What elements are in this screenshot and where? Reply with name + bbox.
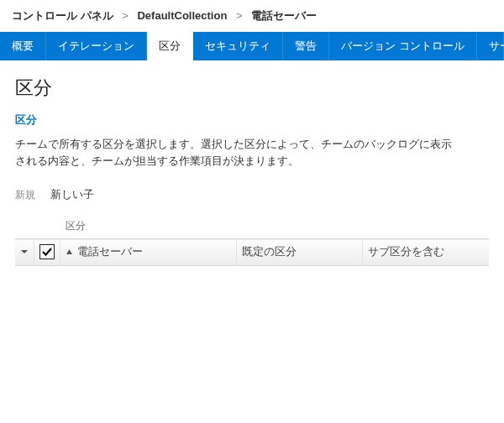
tab-services[interactable]: サービス...: [477, 32, 504, 60]
column-group-area: 区分: [60, 216, 237, 239]
breadcrumb-item[interactable]: コントロール パネル: [12, 9, 113, 22]
tab-area[interactable]: 区分: [147, 32, 193, 60]
tab-iteration[interactable]: イテレーション: [46, 32, 147, 60]
breadcrumb-item[interactable]: DefaultCollection: [137, 9, 227, 22]
breadcrumb-item[interactable]: 電話セーバー: [251, 9, 317, 22]
expand-toggle-icon[interactable]: [20, 247, 29, 258]
page-description: チームで所有する区分を選択します。選択した区分によって、チームのバックログに表示…: [15, 136, 452, 169]
area-table: 区分 電話セーバ: [15, 216, 489, 266]
breadcrumb-separator: >: [236, 9, 243, 22]
breadcrumb: コントロール パネル > DefaultCollection > 電話セーバー: [0, 0, 504, 32]
sort-asc-icon: [66, 247, 73, 258]
column-header-name[interactable]: 電話セーバー: [60, 239, 237, 266]
tab-alerts[interactable]: 警告: [283, 32, 329, 60]
breadcrumb-separator: >: [122, 9, 129, 22]
column-header-name-text: 電話セーバー: [77, 246, 143, 258]
toolbar-new-label: 新規: [15, 188, 35, 202]
column-header-include[interactable]: サブ区分を含む: [363, 239, 490, 266]
column-header-default[interactable]: 既定の区分: [237, 239, 363, 266]
section-link-area[interactable]: 区分: [15, 112, 37, 128]
new-child-button[interactable]: 新しい子: [50, 187, 94, 202]
toolbar: 新規 新しい子: [15, 187, 489, 202]
tab-version-control[interactable]: バージョン コントロール: [329, 32, 477, 60]
tab-security[interactable]: セキュリティ: [193, 32, 283, 60]
tab-overview[interactable]: 概要: [0, 32, 46, 60]
tab-bar: 概要 イテレーション 区分 セキュリティ 警告 バージョン コントロール サービ…: [0, 32, 504, 60]
row-checkbox[interactable]: [39, 244, 55, 259]
page-title: 区分: [15, 76, 489, 101]
